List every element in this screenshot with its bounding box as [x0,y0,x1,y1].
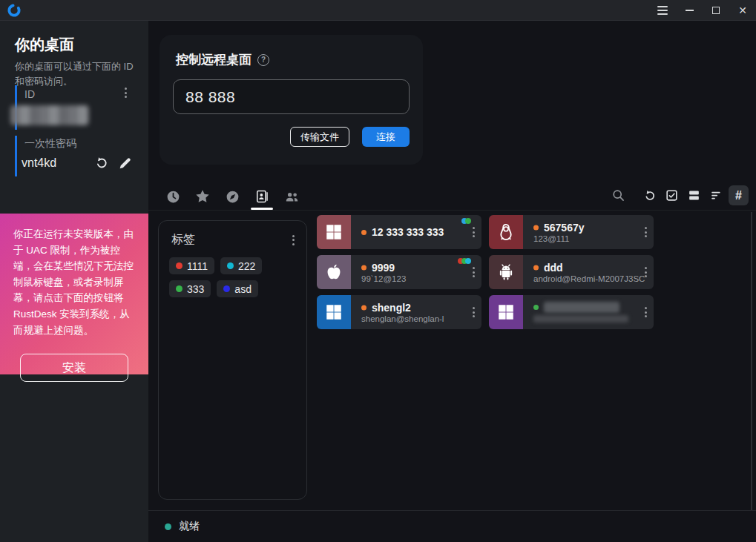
minimize-button[interactable] [676,0,703,20]
id-label: ID [24,88,35,100]
peer-card[interactable]: 567567y 123@111 [489,215,654,249]
peer-toolbar: # [608,185,749,205]
peer-status-badges [464,218,471,224]
tags-title: 标签 [171,232,195,248]
peer-menu-icon[interactable] [645,267,647,277]
list-view-icon[interactable] [706,185,726,205]
search-icon[interactable] [608,185,628,205]
tab-recent-sessions[interactable] [158,183,188,210]
tag-chip-asd[interactable]: asd [217,280,258,297]
android-icon [489,255,523,289]
peer-menu-icon[interactable] [645,307,647,317]
tag-color-dot [227,262,234,269]
tags-panel: 标签 1111 222 333 asd [158,220,307,500]
main-area: 控制远程桌面 ? 传输文件 连接 [148,21,756,542]
peer-status-dot [361,305,367,310]
connect-button[interactable]: 连接 [362,127,410,147]
rustdesk-window: ✕ 你的桌面 你的桌面可以通过下面的 ID 和密码访问。 ID 一次性密码 vn… [0,0,756,542]
peer-card[interactable] [489,295,654,329]
menu-icon[interactable] [649,0,676,20]
peer-menu-icon[interactable] [473,267,475,277]
peer-menu-icon[interactable] [473,307,475,317]
one-time-password-label: 一次性密码 [24,137,76,151]
tag-chip-222[interactable]: 222 [220,257,262,274]
badge-dot [465,218,471,224]
install-warning-banner: 你正在运行未安装版本，由于 UAC 限制，作为被控端，会在某些情况下无法控制鼠标… [0,214,148,374]
windows-icon [317,295,351,329]
refresh-peers-icon[interactable] [640,185,660,205]
clock-icon [165,189,181,205]
tag-chip-list: 1111 222 333 asd [159,248,306,297]
peer-status-dot [533,225,539,230]
peer-menu-icon[interactable] [645,227,647,237]
id-menu-icon[interactable] [125,87,127,98]
peer-card[interactable]: shengl2 shenglan@shenglan-l [317,295,481,329]
peer-card[interactable]: 12 333 333 333 [317,215,481,249]
close-button[interactable]: ✕ [729,0,756,20]
apple-icon [317,255,351,289]
tag-chip-1111[interactable]: 1111 [169,257,214,274]
group-icon [283,188,300,205]
peer-name: shengl2 [372,302,411,314]
peer-tabbar [158,183,306,210]
peer-status-dot [533,305,539,310]
linux-icon [489,215,523,249]
peer-status-dot [361,230,367,235]
titlebar: ✕ [0,0,756,21]
peer-menu-icon[interactable] [473,227,475,237]
peer-name: ddd [544,262,563,274]
peer-status-dot [361,265,367,270]
peer-name-redacted [544,302,619,313]
grid-view-icon[interactable]: # [729,185,749,205]
peer-subtitle: shenglan@shenglan-l [361,314,464,323]
badge-dot [465,258,471,264]
tag-color-dot [223,285,230,292]
peer-subtitle-redacted [533,315,628,323]
refresh-password-icon[interactable] [93,155,110,171]
one-time-password-value: vnt4kd [22,156,56,170]
tags-menu-icon[interactable] [292,235,295,245]
connection-status-text: 就绪 [179,520,200,533]
maximize-button[interactable] [703,0,729,20]
peer-name: 9999 [372,262,395,274]
tag-chip-333[interactable]: 333 [169,280,211,297]
tag-label: asd [234,283,252,295]
peer-name: 12 333 333 333 [372,226,444,238]
compass-icon [225,189,240,205]
card-view-icon[interactable] [684,185,704,205]
desktop-description: 你的桌面可以通过下面的 ID 和密码访问。 [15,59,137,89]
windows-icon [489,295,523,329]
select-peers-icon[interactable] [662,185,682,205]
peer-name: 567567y [544,222,585,234]
help-icon[interactable]: ? [257,54,269,66]
tab-discovered[interactable] [217,183,247,210]
connection-status-dot [165,523,171,530]
peer-subtitle: android@Redmi-M2007J3SC [533,274,636,283]
tab-favorites[interactable] [188,183,217,210]
star-icon [194,188,211,205]
address-book-icon [254,189,269,204]
scrollbar[interactable] [751,212,752,510]
peer-status-dot [533,265,539,270]
id-value-redacted [10,105,89,125]
tag-label: 1111 [187,260,208,272]
windows-icon [317,215,351,249]
password-accent-bar [15,136,17,176]
remote-id-input[interactable] [173,79,410,114]
peer-subtitle: 123@111 [533,234,636,243]
peer-subtitle: 99`12@123 [361,274,464,283]
install-button[interactable]: 安装 [20,354,128,382]
warning-text: 你正在运行未安装版本，由于 UAC 限制，作为被控端，会在某些情况下无法控制鼠标… [13,226,135,338]
tag-color-dot [176,285,183,292]
tab-address-book[interactable] [247,183,277,210]
tab-groups[interactable] [277,183,306,210]
peer-card[interactable]: 9999 99`12@123 [317,255,481,289]
control-remote-title: 控制远程桌面 [176,51,252,68]
app-logo-icon [7,3,22,18]
peer-card[interactable]: ddd android@Redmi-M2007J3SC [489,255,654,289]
sidebar: 你的桌面 你的桌面可以通过下面的 ID 和密码访问。 ID 一次性密码 vnt4… [0,21,148,542]
statusbar: 就绪 [148,511,756,542]
transfer-file-button[interactable]: 传输文件 [290,127,349,147]
control-remote-desktop-card: 控制远程桌面 ? 传输文件 连接 [160,35,423,165]
edit-password-icon[interactable] [117,155,134,171]
